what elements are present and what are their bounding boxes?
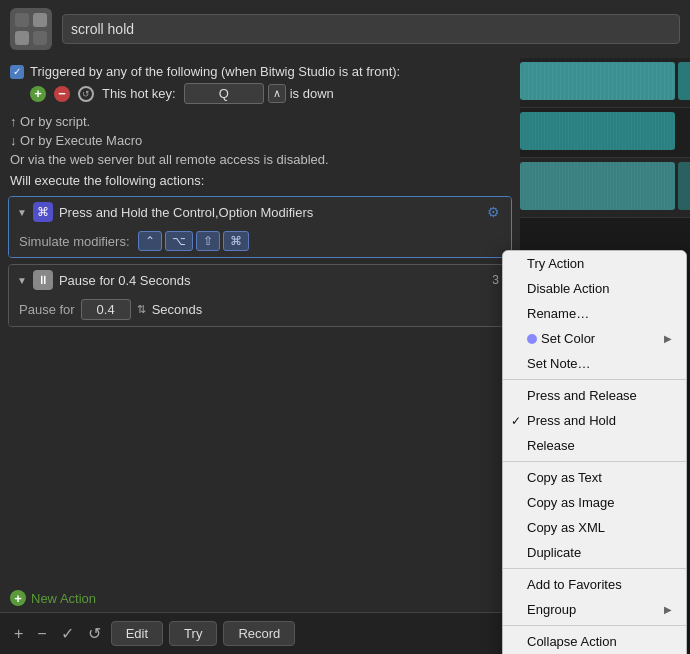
menu-item-copy-as-image-label: Copy as Image — [527, 495, 672, 510]
spin-arrows[interactable]: ⇅ — [137, 303, 146, 316]
menu-item-copy-as-text-label: Copy as Text — [527, 470, 672, 485]
menu-divider — [503, 625, 686, 626]
trigger-row: ✓ Triggered by any of the following (whe… — [10, 64, 510, 79]
mod-cmd-button[interactable]: ⌘ — [223, 231, 249, 251]
menu-item-set-color-label: Set Color — [541, 331, 664, 346]
svg-rect-3 — [33, 31, 47, 45]
mod-shift-button[interactable]: ⇧ — [196, 231, 220, 251]
menu-item-press-and-hold[interactable]: ✓Press and Hold — [503, 408, 686, 433]
menu-item-try-action-label: Try Action — [527, 256, 672, 271]
action-1-icon: ⌘ — [33, 202, 53, 222]
action-item-1: ▼ ⌘ Press and Hold the Control,Option Mo… — [8, 196, 512, 258]
toolbar-remove-button[interactable]: − — [33, 623, 50, 645]
daw-track-3: set 1 — [520, 158, 690, 218]
daw-clip-1b — [678, 62, 690, 100]
svg-rect-1 — [33, 13, 47, 27]
context-menu: Try ActionDisable ActionRename…Set Color… — [502, 250, 687, 654]
action-1-header: ▼ ⌘ Press and Hold the Control,Option Mo… — [9, 197, 511, 227]
svg-rect-0 — [15, 13, 29, 27]
new-action-plus-icon: + — [10, 590, 26, 606]
action-2-header: ▼ ⏸ Pause for 0.4 Seconds 3 — [9, 265, 511, 295]
menu-item-copy-as-xml[interactable]: Copy as XML — [503, 515, 686, 540]
menu-item-set-note-label: Set Note… — [527, 356, 672, 371]
menu-item-try-action[interactable]: Try Action — [503, 251, 686, 276]
action-item-2: ▼ ⏸ Pause for 0.4 Seconds 3 Pause for ⇅ … — [8, 264, 512, 327]
seconds-label: Seconds — [152, 302, 203, 317]
actions-header: Will execute the following actions: — [0, 169, 520, 192]
action-1-title: Press and Hold the Control,Option Modifi… — [59, 205, 477, 220]
menu-item-add-to-favorites-label: Add to Favorites — [527, 577, 672, 592]
menu-item-copy-as-text[interactable]: Copy as Text — [503, 465, 686, 490]
new-action-button[interactable]: + New Action — [10, 590, 96, 606]
menu-divider — [503, 379, 686, 380]
menu-item-copy-as-image[interactable]: Copy as Image — [503, 490, 686, 515]
new-action-row: + New Action — [0, 584, 520, 612]
script-row: ↑ Or by script. — [0, 112, 520, 131]
menu-item-engroup-label: Engroup — [527, 602, 664, 617]
menu-item-copy-as-xml-label: Copy as XML — [527, 520, 672, 535]
daw-clip-3a — [520, 162, 675, 210]
server-row: Or via the web server but all remote acc… — [0, 150, 520, 169]
menu-divider — [503, 568, 686, 569]
action-1-collapse-arrow[interactable]: ▼ — [17, 207, 27, 218]
mod-alt-button[interactable]: ⌥ — [165, 231, 193, 251]
bottom-toolbar: + − ✓ ↺ Edit Try Record — [0, 612, 520, 654]
macro-row: ↓ Or by Execute Macro — [0, 131, 520, 150]
action-2-icon: ⏸ — [33, 270, 53, 290]
menu-item-rename-label: Rename… — [527, 306, 672, 321]
menu-item-press-and-release[interactable]: Press and Release — [503, 383, 686, 408]
menu-item-collapse-action-label: Collapse Action — [527, 634, 672, 649]
hotkey-row: + − ↺ This hot key: ∧ is down — [30, 83, 510, 104]
macro-title-input[interactable] — [62, 14, 680, 44]
set-color-dot-icon — [527, 334, 537, 344]
toolbar-try-button[interactable]: Try — [169, 621, 217, 646]
menu-divider — [503, 461, 686, 462]
menu-item-disable-action-label: Disable Action — [527, 281, 672, 296]
daw-clip-3b — [678, 162, 690, 210]
trigger-label: Triggered by any of the following (when … — [30, 64, 400, 79]
toolbar-record-button[interactable]: Record — [223, 621, 295, 646]
menu-item-set-note[interactable]: Set Note… — [503, 351, 686, 376]
menu-item-release-label: Release — [527, 438, 672, 453]
action-2-body: Pause for ⇅ Seconds — [9, 295, 511, 326]
menu-item-duplicate[interactable]: Duplicate — [503, 540, 686, 565]
key-combo: ∧ is down — [184, 83, 334, 104]
trigger-section: ✓ Triggered by any of the following (whe… — [0, 58, 520, 112]
menu-item-collapse-action[interactable]: Collapse Action — [503, 629, 686, 654]
remove-hotkey-button[interactable]: − — [54, 86, 70, 102]
toolbar-loop-button[interactable]: ↺ — [84, 622, 105, 645]
simulate-label: Simulate modifiers: — [19, 234, 130, 249]
key-dropdown[interactable]: ∧ — [268, 84, 286, 103]
daw-track-2: saw — [520, 108, 690, 158]
left-panel: ✓ Triggered by any of the following (whe… — [0, 58, 520, 654]
menu-item-engroup[interactable]: Engroup — [503, 597, 686, 622]
menu-item-set-color[interactable]: Set Color — [503, 326, 686, 351]
toolbar-edit-button[interactable]: Edit — [111, 621, 163, 646]
menu-item-release[interactable]: Release — [503, 433, 686, 458]
pause-value-input[interactable] — [81, 299, 131, 320]
action-2-collapse-arrow[interactable]: ▼ — [17, 275, 27, 286]
toolbar-add-button[interactable]: + — [10, 623, 27, 645]
trigger-checkbox[interactable]: ✓ — [10, 65, 24, 79]
top-bar — [0, 0, 690, 58]
modifier-buttons: ⌃ ⌥ ⇧ ⌘ — [138, 231, 249, 251]
daw-clip-2a — [520, 112, 675, 150]
menu-item-press-and-release-label: Press and Release — [527, 388, 672, 403]
action-1-gear-button[interactable]: ⚙ — [483, 202, 503, 222]
menu-item-duplicate-label: Duplicate — [527, 545, 672, 560]
menu-item-add-to-favorites[interactable]: Add to Favorites — [503, 572, 686, 597]
action-2-title: Pause for 0.4 Seconds — [59, 273, 486, 288]
menu-item-disable-action[interactable]: Disable Action — [503, 276, 686, 301]
menu-item-press-and-hold-check: ✓ — [511, 414, 527, 428]
pause-for-label: Pause for — [19, 302, 75, 317]
daw-track-1 — [520, 58, 690, 108]
action-1-body: Simulate modifiers: ⌃ ⌥ ⇧ ⌘ — [9, 227, 511, 257]
add-hotkey-button[interactable]: + — [30, 86, 46, 102]
action-2-num: 3 — [492, 273, 499, 287]
actions-area: ▼ ⌘ Press and Hold the Control,Option Mo… — [0, 192, 520, 584]
mod-ctrl-button[interactable]: ⌃ — [138, 231, 162, 251]
toolbar-check-button[interactable]: ✓ — [57, 622, 78, 645]
key-input[interactable] — [184, 83, 264, 104]
menu-item-press-and-hold-label: Press and Hold — [527, 413, 672, 428]
menu-item-rename[interactable]: Rename… — [503, 301, 686, 326]
